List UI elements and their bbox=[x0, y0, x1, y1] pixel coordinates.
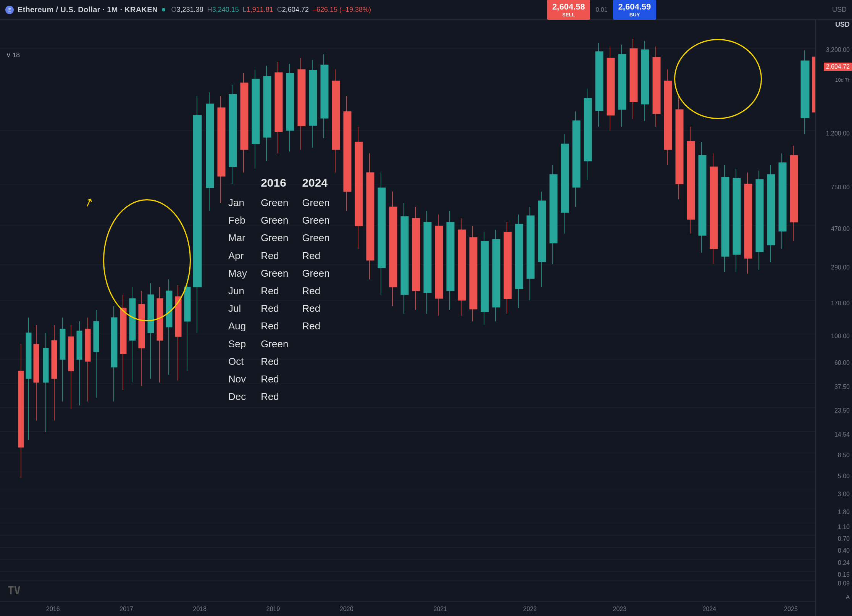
svg-rect-135 bbox=[744, 184, 752, 258]
x-label-2024: 2024 bbox=[703, 606, 716, 613]
svg-rect-77 bbox=[412, 218, 420, 291]
svg-rect-109 bbox=[595, 52, 603, 111]
svg-rect-83 bbox=[447, 222, 454, 291]
eth-logo: Ξ bbox=[5, 6, 14, 14]
svg-rect-73 bbox=[389, 207, 397, 287]
sell-button[interactable]: 2,604.58 SELL bbox=[547, 0, 591, 20]
y-price-3: 3.00 bbox=[838, 491, 850, 498]
svg-rect-37 bbox=[184, 287, 190, 321]
close-label: C bbox=[277, 6, 282, 13]
x-label-2020: 2020 bbox=[340, 606, 353, 613]
svg-rect-139 bbox=[767, 174, 775, 245]
svg-rect-143 bbox=[790, 155, 798, 222]
svg-rect-85 bbox=[458, 230, 466, 300]
y-price-1-10: 1.10 bbox=[838, 524, 850, 531]
svg-rect-51 bbox=[263, 76, 271, 137]
svg-rect-127 bbox=[699, 155, 706, 235]
y-price-290: 290.00 bbox=[831, 264, 850, 271]
svg-rect-13 bbox=[68, 337, 74, 371]
svg-rect-89 bbox=[481, 241, 489, 312]
y-price-60: 60.00 bbox=[834, 360, 850, 366]
buy-price: 2,604.59 bbox=[618, 2, 651, 12]
svg-rect-47 bbox=[240, 83, 248, 150]
svg-rect-67 bbox=[355, 142, 363, 226]
svg-rect-141 bbox=[779, 163, 786, 231]
y-price-14: 14.54 bbox=[834, 431, 850, 438]
svg-rect-1 bbox=[18, 371, 24, 447]
svg-rect-145 bbox=[801, 61, 809, 118]
low-val: 1,911.81 bbox=[247, 6, 273, 13]
svg-rect-11 bbox=[60, 329, 65, 360]
svg-rect-69 bbox=[366, 173, 374, 260]
svg-rect-45 bbox=[229, 94, 237, 167]
svg-rect-113 bbox=[618, 54, 626, 110]
open-label: O bbox=[171, 6, 177, 13]
svg-rect-91 bbox=[492, 239, 500, 307]
svg-rect-87 bbox=[470, 237, 477, 309]
svg-rect-81 bbox=[435, 226, 443, 298]
current-time-badge: 10d 7h bbox=[835, 77, 850, 83]
svg-rect-21 bbox=[111, 318, 117, 367]
svg-rect-53 bbox=[275, 73, 282, 132]
x-label-2016: 2016 bbox=[46, 606, 60, 613]
svg-rect-9 bbox=[52, 340, 57, 379]
y-price-1-80: 1.80 bbox=[838, 509, 850, 516]
x-label-2022: 2022 bbox=[523, 606, 537, 613]
svg-rect-147 bbox=[812, 57, 815, 112]
x-label-2017: 2017 bbox=[119, 606, 133, 613]
y-axis-panel: USD 3,200.00 1,200.00 750.00 470.00 290.… bbox=[815, 20, 852, 616]
svg-rect-129 bbox=[710, 167, 718, 249]
svg-rect-27 bbox=[139, 304, 145, 348]
svg-rect-59 bbox=[309, 70, 317, 126]
svg-rect-111 bbox=[607, 58, 615, 115]
ohlc-info: O3,231.38 H3,240.15 L1,911.81 C2,604.72 … bbox=[171, 6, 371, 14]
y-price-750: 750.00 bbox=[831, 184, 850, 191]
buy-button[interactable]: 2,604.59 BUY bbox=[613, 0, 657, 20]
y-price-170: 170.00 bbox=[831, 300, 850, 307]
svg-rect-121 bbox=[664, 81, 672, 150]
y-axis-footer-label: A bbox=[846, 593, 850, 600]
spread-value: 0.01 bbox=[595, 6, 607, 13]
candlestick-chart: .candle-bull { fill: #26a69a; stroke: #2… bbox=[0, 20, 815, 616]
svg-rect-23 bbox=[120, 308, 126, 354]
svg-rect-125 bbox=[687, 141, 695, 219]
change-val: –626.15 (–19.38%) bbox=[313, 6, 371, 13]
svg-rect-33 bbox=[166, 291, 172, 327]
x-label-2025: 2025 bbox=[784, 606, 798, 613]
svg-rect-49 bbox=[252, 79, 260, 144]
svg-rect-117 bbox=[641, 50, 649, 104]
svg-rect-119 bbox=[653, 57, 660, 114]
y-price-1200: 1,200.00 bbox=[826, 130, 850, 137]
status-dot bbox=[162, 8, 165, 11]
y-price-5: 5.00 bbox=[838, 473, 850, 480]
svg-rect-35 bbox=[175, 297, 181, 337]
svg-rect-97 bbox=[527, 216, 534, 279]
svg-rect-105 bbox=[573, 121, 580, 187]
high-val: 3,240.15 bbox=[212, 6, 239, 13]
tradingview-logo: TV bbox=[8, 584, 21, 597]
svg-rect-43 bbox=[218, 108, 225, 176]
svg-rect-107 bbox=[584, 98, 592, 161]
sell-label: SELL bbox=[552, 12, 585, 18]
x-label-2023: 2023 bbox=[613, 606, 627, 613]
svg-rect-31 bbox=[157, 298, 163, 340]
svg-rect-79 bbox=[424, 222, 431, 293]
y-price-0-40: 0.40 bbox=[838, 547, 850, 554]
svg-rect-29 bbox=[148, 295, 154, 333]
current-price-badge: 2,604.72 bbox=[824, 63, 852, 71]
low-label: L bbox=[243, 6, 247, 13]
chart-area[interactable]: ∨ 18 .candle-bull { fill: #26a69a; strok… bbox=[0, 20, 815, 616]
y-price-0-24: 0.24 bbox=[838, 560, 850, 566]
currency-indicator: USD bbox=[835, 21, 850, 29]
y-price-37: 37.50 bbox=[834, 384, 850, 390]
y-price-0-09: 0.09 bbox=[838, 580, 850, 587]
svg-rect-3 bbox=[26, 333, 31, 379]
svg-rect-123 bbox=[676, 110, 683, 184]
svg-rect-5 bbox=[34, 344, 39, 382]
high-label: H bbox=[207, 6, 212, 13]
y-price-470: 470.00 bbox=[831, 226, 850, 232]
svg-rect-63 bbox=[332, 81, 340, 150]
svg-rect-39 bbox=[193, 115, 202, 287]
x-axis: 2016 2017 2018 2019 2020 2021 2022 2023 … bbox=[0, 601, 815, 616]
svg-rect-131 bbox=[721, 177, 729, 256]
